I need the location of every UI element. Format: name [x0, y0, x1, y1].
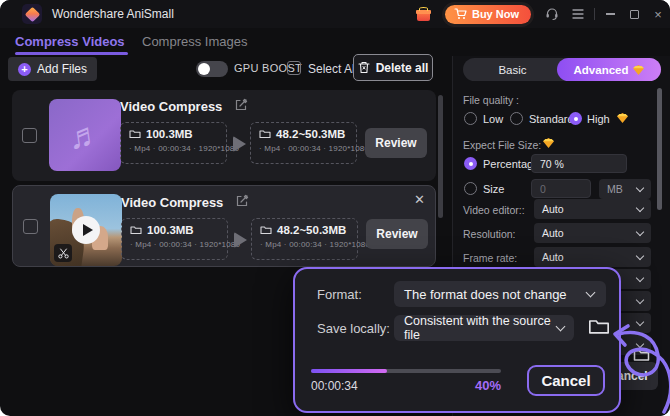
add-files-button[interactable]: + Add Files: [8, 57, 97, 81]
elapsed-time: 00:00:34: [311, 379, 358, 393]
quality-low-radio[interactable]: [464, 112, 477, 125]
quality-high-label: High: [587, 113, 610, 125]
video-list-item-selected[interactable]: Video Compress ✕ 100.3MB · Mp4 · 00:00:3…: [12, 185, 436, 267]
source-meta: · Mp4 · 00:00:34 · 1920*1080: [130, 240, 219, 249]
item-checkbox[interactable]: [22, 128, 37, 143]
frame-rate-select[interactable]: Auto: [534, 247, 651, 267]
trash-icon: [358, 61, 370, 74]
close-button[interactable]: ×: [646, 0, 670, 28]
folder-icon: [129, 129, 141, 139]
quality-standard-radio[interactable]: [510, 112, 523, 125]
tab-compress-images[interactable]: Compress Images: [142, 34, 247, 49]
output-meta: · Mp4 · 00:00:34 · 1920*1080: [259, 144, 348, 153]
quality-high-radio[interactable]: [569, 112, 582, 125]
source-info-box: 100.3MB · Mp4 · 00:00:34 · 1920*1080: [120, 122, 227, 164]
format-label: Format:: [317, 287, 362, 302]
advanced-label: Advanced: [574, 64, 629, 76]
source-size: 100.3MB: [147, 224, 194, 236]
panel-scrollbar[interactable]: [657, 88, 662, 210]
arrow-right-icon: [233, 136, 246, 152]
gift-promo-icon[interactable]: [416, 7, 431, 22]
video-thumbnail[interactable]: ♬: [49, 99, 121, 171]
save-locally-label: Save locally:: [317, 321, 390, 336]
save-locally-select[interactable]: Consistent with the source file: [394, 315, 574, 341]
video-list-item[interactable]: ♬ Video Compress 100.3MB · Mp4 · 00:00:3…: [12, 90, 436, 181]
list-scrollbar[interactable]: [438, 95, 443, 218]
trim-scissors-icon[interactable]: [54, 244, 72, 262]
item-checkbox[interactable]: [23, 219, 38, 234]
format-select[interactable]: The format does not change: [394, 281, 606, 307]
rename-icon[interactable]: [234, 98, 248, 112]
maximize-button[interactable]: [622, 0, 646, 28]
resolution-label: Resolution:: [463, 228, 516, 240]
folder-icon: [130, 225, 142, 235]
app-logo-icon: [22, 4, 42, 24]
menu-icon[interactable]: [565, 0, 591, 28]
add-files-label: Add Files: [37, 62, 87, 76]
folder-browse-icon[interactable]: [633, 348, 650, 362]
size-input[interactable]: [531, 179, 591, 198]
play-button[interactable]: [72, 216, 100, 244]
advanced-tab[interactable]: Advanced: [557, 58, 661, 81]
compress-progress-dialog: Format: The format does not change Save …: [293, 267, 621, 413]
item-title: Video Compress: [120, 99, 222, 114]
remove-item-icon[interactable]: ✕: [414, 192, 425, 207]
buy-now-label: Buy Now: [472, 8, 519, 20]
video-editor-label: Video editor::: [463, 204, 525, 216]
browse-folder-icon[interactable]: [588, 317, 610, 336]
review-button[interactable]: Review: [366, 219, 428, 249]
output-size: 48.2~50.3MB: [276, 128, 345, 140]
app-window: Wondershare AniSmall Buy Now × Compress …: [0, 0, 670, 416]
resolution-select[interactable]: Auto: [534, 223, 651, 243]
premium-gem-icon: [633, 65, 644, 75]
minimize-button[interactable]: [598, 0, 622, 28]
tab-compress-videos[interactable]: Compress Videos: [15, 34, 125, 49]
size-radio[interactable]: [464, 182, 477, 195]
save-locally-value: Consistent with the source file: [404, 314, 564, 342]
output-size: 48.2~50.3MB: [277, 224, 346, 236]
progress-percent: 40%: [455, 378, 501, 393]
size-unit-select[interactable]: MB: [599, 179, 651, 199]
source-meta: · Mp4 · 00:00:34 · 1920*1080: [129, 144, 218, 153]
item-title: Video Compress: [121, 195, 223, 210]
source-size: 100.3MB: [146, 128, 193, 140]
frame-rate-label: Frame rate:: [463, 252, 517, 264]
frame-rate-value: Auto: [542, 251, 564, 263]
plus-icon: +: [18, 63, 31, 76]
rename-icon[interactable]: [235, 194, 249, 208]
title-bar: Wondershare AniSmall Buy Now ×: [0, 0, 670, 28]
percentage-input[interactable]: [531, 154, 627, 173]
folder-icon: [260, 225, 272, 235]
basic-tab[interactable]: Basic: [463, 58, 562, 81]
file-quality-label: File quality :: [463, 94, 519, 106]
size-unit-value: MB: [607, 183, 623, 195]
cancel-button[interactable]: Cancel: [527, 365, 605, 396]
buy-now-button[interactable]: Buy Now: [445, 5, 531, 24]
support-headset-icon[interactable]: [539, 0, 565, 28]
toolbar: + Add Files GPU BOOST Select All Delete …: [0, 56, 452, 86]
select-all-checkbox[interactable]: [287, 61, 301, 75]
premium-gem-icon: [617, 113, 628, 123]
quality-standard-label: Standard: [529, 113, 574, 125]
delete-all-button[interactable]: Delete all: [353, 54, 433, 81]
format-value: The format does not change: [404, 287, 567, 302]
music-note-icon: ♬: [65, 113, 104, 156]
progress-bar-fill: [311, 369, 387, 373]
arrow-right-icon: [234, 232, 247, 248]
review-button[interactable]: Review: [365, 128, 427, 158]
active-tab-underline: [15, 52, 128, 55]
percentage-radio[interactable]: [464, 157, 477, 170]
select-all-label: Select All: [308, 62, 357, 76]
video-thumbnail[interactable]: [50, 194, 122, 266]
size-label: Size: [483, 183, 504, 195]
gpu-boost-toggle[interactable]: [196, 61, 228, 77]
output-info-box: 48.2~50.3MB · Mp4 · 00:00:34 · 1920*1080: [250, 122, 357, 164]
quality-low-label: Low: [483, 113, 503, 125]
progress-bar: [311, 369, 501, 373]
app-title: Wondershare AniSmall: [52, 7, 174, 21]
output-meta: · Mp4 · 00:00:34 · 1920*1080: [260, 240, 349, 249]
delete-all-label: Delete all: [376, 61, 429, 75]
cart-icon: [454, 8, 467, 20]
video-editor-select[interactable]: Auto: [534, 199, 651, 219]
premium-gem-icon: [543, 138, 554, 148]
